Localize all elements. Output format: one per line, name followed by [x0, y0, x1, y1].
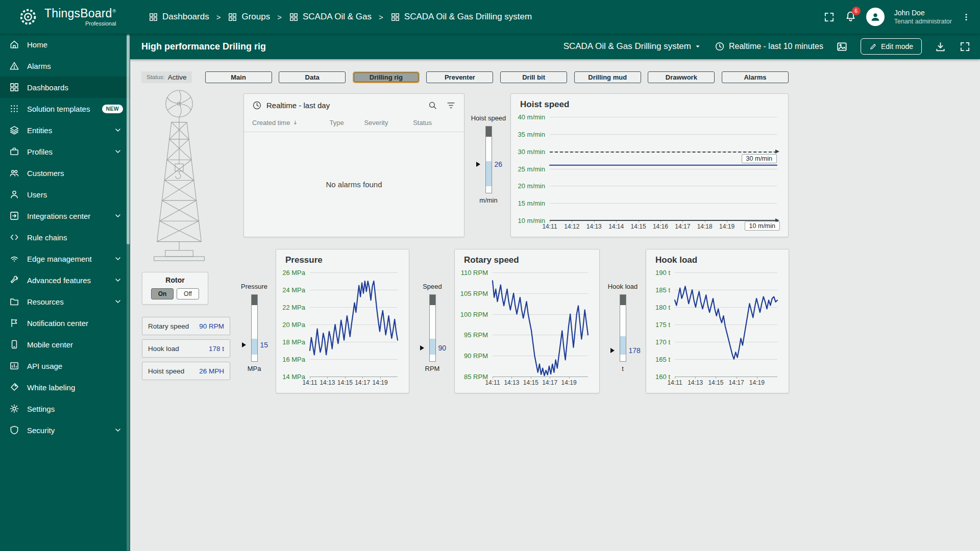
dashboard-page-title: High performance Driling rig	[141, 41, 266, 52]
breadcrumb-label: SCADA Oil & Gas Drilling system	[404, 12, 532, 22]
state-button-preventer[interactable]: Preventer	[426, 71, 493, 83]
sidebar-item-security[interactable]: Security	[0, 419, 130, 441]
state-button-drill-bit[interactable]: Drill bit	[500, 71, 567, 83]
gauge-cap	[620, 295, 626, 305]
sidebar-item-home[interactable]: Home	[0, 34, 130, 55]
sidebar-item-settings[interactable]: Settings	[0, 398, 130, 419]
axis-tick	[695, 377, 696, 379]
x-axis-label: 14:18	[697, 223, 713, 230]
rotary-speed-chart: Rotary speed 110 RPM105 RPM100 RPM95 RPM…	[454, 249, 600, 393]
fullscreen-icon[interactable]	[823, 11, 835, 23]
avatar[interactable]	[866, 8, 885, 26]
sidebar-item-api-usage[interactable]: API usage	[0, 355, 130, 377]
gauge-zone	[252, 339, 257, 355]
sidebar-item-resources[interactable]: Resources	[0, 291, 130, 312]
sidebar-item-white-labeling[interactable]: White labeling	[0, 377, 130, 398]
state-button-drilling-mud[interactable]: Drilling mud	[574, 71, 641, 83]
logo-subtitle: Professional	[44, 20, 116, 27]
sidebar-scrollbar[interactable]	[127, 34, 130, 551]
axis-tick	[327, 377, 328, 379]
expand-dashboard-icon[interactable]	[959, 41, 971, 53]
rotor-buttons: On Off	[142, 288, 208, 299]
download-icon[interactable]	[935, 41, 946, 53]
alarms-icon	[9, 61, 19, 71]
gauge-track[interactable]: 26	[485, 126, 492, 193]
state-button-drilling-rig[interactable]: Drilling rig	[353, 71, 420, 83]
timewindow-value: Realtime - last 10 minutes	[729, 42, 823, 51]
thingsboard-logo[interactable]: ThingsBoard® Professional	[0, 6, 130, 28]
clock-icon	[252, 101, 262, 110]
y-axis-label: 95 RPM	[464, 331, 488, 339]
gauge-pointer[interactable]	[610, 348, 617, 353]
sidebar-item-edge-management[interactable]: Edge management	[0, 248, 130, 269]
alarm-column-created-time[interactable]: Created time	[252, 119, 330, 127]
state-button-data[interactable]: Data	[279, 71, 346, 83]
gauge-pointer[interactable]	[476, 162, 483, 167]
rotor-on-button[interactable]: On	[151, 288, 174, 299]
y-axis-label: 175 t	[655, 321, 670, 329]
notifications-button[interactable]: 6	[845, 10, 856, 24]
caret-down-icon	[694, 42, 702, 51]
kebab-menu-icon[interactable]	[962, 11, 971, 23]
y-axis-label: 110 RPM	[461, 269, 488, 277]
chevron-down-icon	[113, 254, 123, 264]
filter-icon[interactable]	[446, 101, 456, 110]
chevron-down-icon	[113, 425, 123, 435]
threshold-value-box: 30 m/min	[742, 154, 777, 163]
sidebar-item-rule-chains[interactable]: Rule chains	[0, 227, 130, 248]
gauge-pointer[interactable]	[420, 345, 427, 350]
sidebar-item-profiles[interactable]: Profiles	[0, 141, 130, 162]
x-axis-label: 14:15	[337, 379, 353, 386]
sidebar-item-mobile-center[interactable]: Mobile center	[0, 334, 130, 355]
x-axis-label: 14:19	[561, 379, 577, 386]
alarm-column-severity[interactable]: Severity	[364, 119, 413, 127]
breadcrumb-item-dashboards[interactable]: Dashboards	[149, 12, 209, 22]
timewindow-button[interactable]: Realtime - last 10 minutes	[715, 41, 823, 52]
sidebar-item-dashboards[interactable]: Dashboards	[0, 77, 130, 98]
edit-mode-button[interactable]: Edit mode	[861, 38, 922, 55]
state-button-drawwork[interactable]: Drawwork	[648, 71, 715, 83]
series-line	[550, 117, 777, 220]
customers-icon	[9, 168, 19, 178]
alarm-column-status[interactable]: Status	[413, 119, 456, 127]
breadcrumb-item-scada-oil-gas[interactable]: SCADA Oil & Gas	[289, 12, 372, 22]
y-axis-label: 30 m/min	[518, 147, 545, 155]
rotary-speed-gauge: Speed90RPM	[413, 283, 452, 372]
sidebar-item-alarms[interactable]: Alarms	[0, 55, 130, 77]
state-button-alarms[interactable]: Alarms	[722, 71, 789, 83]
x-axis-label: 14:13	[688, 379, 703, 386]
dashboard-state-select[interactable]: SCADA Oil & Gas Drilling system	[564, 41, 702, 52]
breadcrumb-item-groups[interactable]: Groups	[228, 12, 270, 22]
breadcrumb-item-scada-oil-gas-drilling-system[interactable]: SCADA Oil & Gas Drilling system	[390, 12, 532, 22]
sidebar-item-label: Users	[27, 190, 123, 199]
alarms-table-header: Created timeTypeSeverityStatus	[244, 115, 464, 132]
alarms-timewindow[interactable]: Realtime - last day	[266, 101, 330, 110]
axis-tick	[716, 377, 716, 379]
sidebar-item-customers[interactable]: Customers	[0, 162, 130, 184]
search-icon[interactable]	[428, 101, 437, 110]
chart-title: Hook load	[652, 255, 782, 265]
gauge-pointer[interactable]	[242, 342, 249, 347]
gauge-track[interactable]: 90	[429, 294, 436, 362]
sidebar-item-entities[interactable]: Entities	[0, 119, 130, 141]
sidebar-item-label: Solution templates	[27, 105, 94, 113]
edit-mode-label: Edit mode	[881, 42, 913, 51]
hoist-speed-chart: Hoist speed 40 m/min35 m/min30 m/min25 m…	[510, 93, 789, 237]
gauge-track[interactable]: 178	[620, 294, 626, 362]
header-actions: 6 John Doe Tenant administrator	[823, 8, 980, 26]
state-button-main[interactable]: Main	[205, 71, 272, 83]
sidebar-item-solution-templates[interactable]: Solution templatesNEW	[0, 98, 130, 119]
threshold-arrow	[775, 149, 781, 154]
scrollbar-thumb[interactable]	[127, 35, 130, 244]
sidebar-item-notification-center[interactable]: Notification center	[0, 312, 130, 334]
gauge-track[interactable]: 15	[251, 294, 258, 362]
chart-plot-area: 14:1114:1214:1314:1414:1514:1614:1714:18…	[550, 117, 777, 220]
dashboards-icon	[149, 12, 158, 22]
rotor-off-button[interactable]: Off	[177, 288, 199, 299]
sidebar-item-advanced-features[interactable]: Advanced features	[0, 269, 130, 291]
sidebar-item-users[interactable]: Users	[0, 184, 130, 205]
alarm-column-type[interactable]: Type	[330, 119, 364, 127]
image-icon[interactable]	[836, 41, 848, 53]
sidebar-item-label: Rule chains	[27, 233, 123, 242]
sidebar-item-integrations-center[interactable]: Integrations center	[0, 205, 130, 227]
